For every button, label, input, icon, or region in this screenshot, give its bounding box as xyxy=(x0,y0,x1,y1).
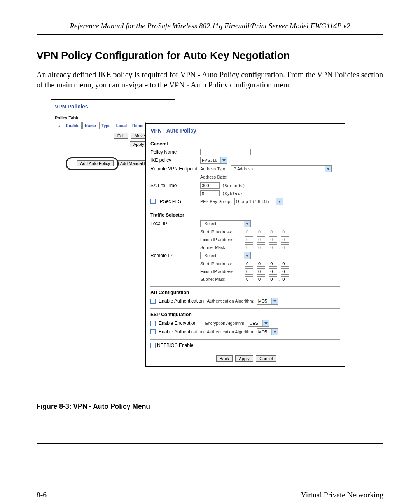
col-remote: Remo xyxy=(130,122,146,129)
general-heading: General xyxy=(150,141,340,147)
esp-auth-algo-select[interactable]: MD5 xyxy=(257,328,278,335)
remote-subnet-label: Subnet Mask: xyxy=(200,277,242,282)
ipsec-pfs-checkbox[interactable] xyxy=(150,199,156,204)
policy-table-label: Policy Table xyxy=(55,116,171,120)
page-number: 8-6 xyxy=(37,491,47,499)
panel2-title: VPN - Auto Policy xyxy=(150,128,340,134)
section-heading: VPN Policy Configuration for Auto Key Ne… xyxy=(37,50,383,62)
policy-name-input[interactable] xyxy=(200,149,251,155)
kbytes-unit: (Kybtes) xyxy=(222,191,243,196)
ah-algo-label: Authentication Algorithm: xyxy=(207,299,254,303)
chevron-down-icon xyxy=(271,298,278,304)
chevron-down-icon xyxy=(271,329,278,335)
figure-caption: Figure 8-3: VPN - Auto Policy Menu xyxy=(37,402,383,411)
seconds-unit: (Seconds) xyxy=(222,183,245,188)
apply-button[interactable]: Apply xyxy=(130,141,148,147)
address-type-label: Address Type: xyxy=(200,166,228,171)
panel1-title: VPN Policies xyxy=(55,103,171,110)
local-start-ip-label: Start IP address: xyxy=(200,229,242,234)
remote-ip-select[interactable]: - Select - xyxy=(200,252,251,259)
esp-enc-algo-label: Encryption Algorithm: xyxy=(205,321,245,326)
col-local: Local xyxy=(114,122,129,129)
pfs-group-label: PFS Key Group: xyxy=(200,199,231,204)
remote-start-ip[interactable]: . . . xyxy=(245,261,289,267)
figure-area: VPN Policies Policy Table # Enable Name … xyxy=(51,99,383,391)
esp-auth-algo-label: Authentication Algorithm: xyxy=(207,329,254,334)
address-type-select[interactable]: IP Address xyxy=(231,165,332,172)
traffic-heading: Traffic Selector xyxy=(150,212,340,218)
chapter-name: Virtual Private Networking xyxy=(301,491,383,499)
body-paragraph: An already defined IKE policy is require… xyxy=(37,70,383,90)
local-ip-select[interactable]: - Select - xyxy=(200,220,251,227)
col-type: Type xyxy=(99,122,113,129)
chevron-down-icon xyxy=(220,157,227,163)
policy-table: # Enable Name Type Local Remo xyxy=(55,121,147,130)
ah-algo-select[interactable]: MD5 xyxy=(257,298,278,304)
ah-enable-checkbox[interactable] xyxy=(150,299,156,304)
esp-enc-algo-select[interactable]: DES xyxy=(248,320,270,327)
pfs-group-select[interactable]: Group 1 (768 Bit) xyxy=(234,198,283,205)
add-auto-policy-button[interactable]: Add Auto Policy xyxy=(77,160,114,166)
local-subnet-label: Subnet Mask: xyxy=(200,245,242,250)
apply-button-2[interactable]: Apply xyxy=(235,355,253,362)
esp-auth-checkbox[interactable] xyxy=(150,329,156,334)
local-finish-ip[interactable]: . . . xyxy=(245,236,289,243)
local-start-ip[interactable]: . . . xyxy=(245,229,289,235)
local-subnet[interactable]: . . . xyxy=(245,244,289,250)
remote-finish-ip[interactable]: . . . xyxy=(245,268,289,275)
address-data-input[interactable] xyxy=(231,174,281,180)
col-enable: Enable xyxy=(64,122,82,129)
chevron-down-icon xyxy=(276,198,283,205)
ike-policy-select[interactable]: FVS318 xyxy=(200,157,228,164)
manual-header: Reference Manual for the ProSafe Wireles… xyxy=(37,22,383,30)
chevron-down-icon xyxy=(244,220,250,227)
back-button[interactable]: Back xyxy=(216,355,233,362)
netbios-checkbox[interactable] xyxy=(150,343,156,348)
esp-enc-label: Enable Encryption xyxy=(159,320,196,326)
remote-ip-label: Remote IP xyxy=(150,253,200,258)
remote-endpoint-label: Remote VPN Endpoint xyxy=(150,166,200,172)
sa-life-label: SA Life Time xyxy=(150,183,200,188)
col-num: # xyxy=(56,122,63,129)
esp-heading: ESP Configuration xyxy=(150,312,340,317)
ah-enable-label: Enable Authentication xyxy=(159,298,204,304)
remote-subnet[interactable]: . . . xyxy=(245,276,289,282)
chevron-down-icon xyxy=(244,252,250,259)
remote-start-ip-label: Start IP address: xyxy=(200,261,242,266)
document-id: 201-10301-02, May 2005 xyxy=(37,502,383,504)
vpn-auto-policy-panel: VPN - Auto Policy General Policy Name IK… xyxy=(145,123,345,367)
chevron-down-icon xyxy=(325,166,331,172)
ipsec-pfs-label: IPSec PFS xyxy=(158,199,181,204)
esp-enc-checkbox[interactable] xyxy=(150,321,156,326)
local-ip-label: Local IP xyxy=(150,221,200,226)
edit-button[interactable]: Edit xyxy=(114,133,128,139)
col-name: Name xyxy=(82,122,98,129)
local-finish-ip-label: Finish IP address: xyxy=(200,237,242,242)
ah-heading: AH Configuration xyxy=(150,290,340,295)
esp-auth-label: Enable Authentication xyxy=(159,329,204,334)
chevron-down-icon xyxy=(262,320,269,326)
cancel-button-2[interactable]: Cancel xyxy=(256,355,276,362)
ike-policy-label: IKE policy xyxy=(150,158,200,163)
footer-rule xyxy=(37,443,383,444)
header-rule xyxy=(37,34,383,35)
policy-name-label: Policy Name xyxy=(150,149,200,155)
sa-seconds-input[interactable] xyxy=(200,182,220,189)
remote-finish-ip-label: Finish IP address: xyxy=(200,269,242,274)
sa-kbytes-input[interactable] xyxy=(200,190,220,196)
netbios-label: NETBIOS Enable xyxy=(157,343,193,348)
address-data-label: Address Data: xyxy=(200,175,228,179)
